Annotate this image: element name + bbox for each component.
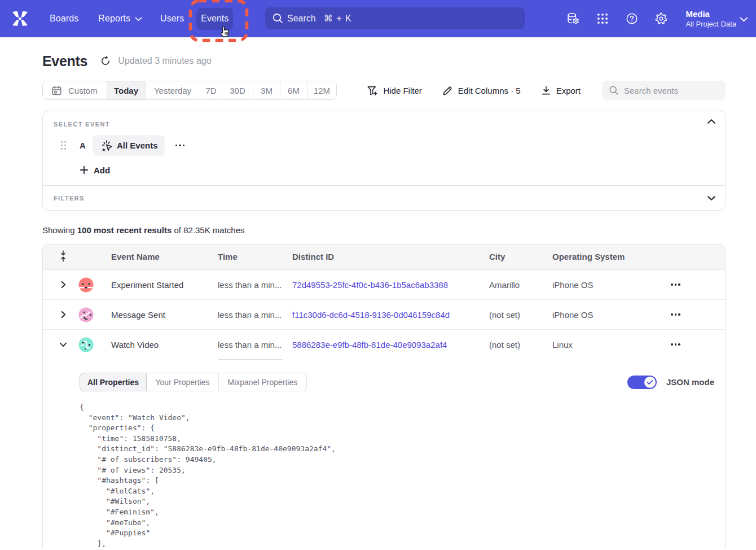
toolbar-right: Hide Filter Edit Columns · 5 Export Sear… xyxy=(367,81,726,100)
json-mode-label: JSON mode xyxy=(666,377,714,387)
primary-nav: Boards Reports Users Events xyxy=(39,0,233,37)
date-range-today[interactable]: Today xyxy=(107,81,145,99)
search-placeholder: Search xyxy=(287,14,316,24)
data-management-icon[interactable] xyxy=(566,12,580,25)
date-range-3m[interactable]: 3M xyxy=(253,81,280,99)
event-name-cell: Message Sent xyxy=(102,310,209,320)
results-table-card: Event Name Time Distinct ID City Operati… xyxy=(42,244,726,549)
funnel-icon xyxy=(367,85,378,96)
expand-row-icon[interactable] xyxy=(59,311,67,318)
results-summary: Showing 100 most recent results of 82.35… xyxy=(42,225,726,235)
search-events-input[interactable]: Search events xyxy=(602,81,726,100)
summary-suffix: of 82.35K matches xyxy=(174,225,244,235)
main-content: Events Updated 3 minutes ago Custom Toda… xyxy=(0,53,756,549)
refresh-icon[interactable] xyxy=(100,56,111,66)
distinct-id-link[interactable]: f11c30d6-dc6d-4518-9136-0d046159c84d xyxy=(283,310,480,320)
nav-item-reports-label: Reports xyxy=(98,14,130,24)
project-selector[interactable]: Media All Project Data xyxy=(685,8,748,29)
column-header-event-name: Event Name xyxy=(102,252,209,261)
event-more-options-button[interactable] xyxy=(174,140,186,151)
edit-columns-label: Edit Columns · 5 xyxy=(458,86,521,95)
properties-tabs: All Properties Your Properties Mixpanel … xyxy=(80,373,307,391)
nav-item-users[interactable]: Users xyxy=(152,0,184,37)
search-events-placeholder: Search events xyxy=(624,86,678,95)
nav-item-events[interactable]: Events xyxy=(196,8,233,30)
table-row: Message Sent less than a min... f11c30d6… xyxy=(43,299,725,329)
row-more-options-button[interactable] xyxy=(670,279,682,290)
date-range-30d[interactable]: 30D xyxy=(222,81,253,99)
date-range-12m[interactable]: 12M xyxy=(307,81,336,99)
expand-row-icon[interactable] xyxy=(59,281,67,289)
add-event-button[interactable]: Add xyxy=(80,163,110,177)
export-label: Export xyxy=(556,86,581,95)
date-range-picker: Custom Today Yesterday 7D 30D 3M 6M 12M xyxy=(42,81,337,100)
mixpanel-logo[interactable] xyxy=(0,11,39,27)
chevron-down-icon xyxy=(135,17,142,21)
nav-item-users-label: Users xyxy=(160,14,184,24)
hide-filter-button[interactable]: Hide Filter xyxy=(367,85,421,96)
tab-your-properties[interactable]: Your Properties xyxy=(146,373,219,391)
date-range-6m[interactable]: 6M xyxy=(280,81,307,99)
event-time-cell: less than a min... xyxy=(209,310,283,320)
download-icon xyxy=(541,85,551,95)
column-header-operating-system: Operating System xyxy=(543,252,661,261)
event-name-cell: Watch Video xyxy=(102,340,209,350)
distinct-id-link[interactable]: 5886283e-e9fb-48fb-81de-40e9093a2af4 xyxy=(283,340,480,350)
city-cell: (not set) xyxy=(480,340,543,350)
help-icon[interactable] xyxy=(625,12,639,25)
global-search-input[interactable]: Search ⌘ + K xyxy=(265,7,525,29)
export-button[interactable]: Export xyxy=(541,85,581,95)
os-cell: Linux xyxy=(543,340,661,350)
event-detail-panel: All Properties Your Properties Mixpanel … xyxy=(43,359,725,549)
edit-columns-button[interactable]: Edit Columns · 5 xyxy=(442,85,521,96)
column-header-time: Time xyxy=(209,252,283,261)
collapse-all-cell xyxy=(43,250,74,264)
tab-all-properties[interactable]: All Properties xyxy=(80,373,147,391)
event-time-cell: less than a min... xyxy=(209,280,283,290)
nav-item-boards[interactable]: Boards xyxy=(39,0,88,37)
top-navbar: Boards Reports Users Events Search ⌘ + K… xyxy=(0,0,756,37)
nav-item-boards-label: Boards xyxy=(50,14,78,24)
settings-gear-icon[interactable] xyxy=(654,12,668,25)
event-avatar xyxy=(74,277,102,293)
distinct-id-link[interactable]: 72d49553-25fc-4f0c-b436-1b5ac6ab3388 xyxy=(283,280,480,290)
json-mode-toggle[interactable] xyxy=(627,376,657,389)
event-avatar xyxy=(74,307,102,322)
row-more-options-button[interactable] xyxy=(670,309,682,320)
row-expander-cell xyxy=(43,281,74,289)
detail-toolbar: All Properties Your Properties Mixpanel … xyxy=(80,373,714,391)
drag-handle-icon[interactable] xyxy=(60,141,67,150)
table-row: Watch Video less than a min... 5886283e-… xyxy=(43,329,725,359)
query-builder-card: SELECT EVENT A All Events Add FILTERS xyxy=(42,111,726,211)
event-avatar xyxy=(74,337,102,352)
row-more-options-button[interactable] xyxy=(670,339,682,350)
collapse-section-chevron-up-icon[interactable] xyxy=(707,119,716,124)
add-event-label: Add xyxy=(94,165,110,175)
hide-filter-label: Hide Filter xyxy=(383,86,421,95)
project-name: Media xyxy=(685,8,736,19)
pencil-icon xyxy=(442,85,453,96)
all-events-chip[interactable]: All Events xyxy=(93,135,165,156)
date-range-custom[interactable]: Custom xyxy=(43,81,107,99)
title-row: Events Updated 3 minutes ago xyxy=(42,53,726,69)
json-properties-view: { "event": "Watch Video", "properties": … xyxy=(80,402,714,549)
nav-item-reports[interactable]: Reports xyxy=(88,0,152,37)
collapse-row-icon[interactable] xyxy=(59,341,67,348)
summary-prefix: Showing xyxy=(42,225,75,235)
toggle-knob-check-icon xyxy=(644,377,656,388)
tab-mixpanel-properties[interactable]: Mixpanel Properties xyxy=(218,373,307,391)
table-header-row: Event Name Time Distinct ID City Operati… xyxy=(43,245,725,269)
select-event-label: SELECT EVENT xyxy=(43,111,725,128)
row-actions-cell xyxy=(661,279,725,290)
expand-filters-chevron-down-icon[interactable] xyxy=(707,195,716,201)
filters-section[interactable]: FILTERS xyxy=(43,185,725,210)
project-scope: All Project Data xyxy=(685,19,736,29)
all-events-chip-label: All Events xyxy=(117,141,158,150)
date-range-7d[interactable]: 7D xyxy=(200,81,222,99)
collapse-all-icon[interactable] xyxy=(59,250,67,262)
column-header-distinct-id: Distinct ID xyxy=(283,252,480,261)
apps-grid-icon[interactable] xyxy=(596,12,609,25)
date-range-yesterday[interactable]: Yesterday xyxy=(145,81,200,99)
table-row: Experiment Started less than a min... 72… xyxy=(43,269,725,299)
project-text: Media All Project Data xyxy=(685,8,736,29)
